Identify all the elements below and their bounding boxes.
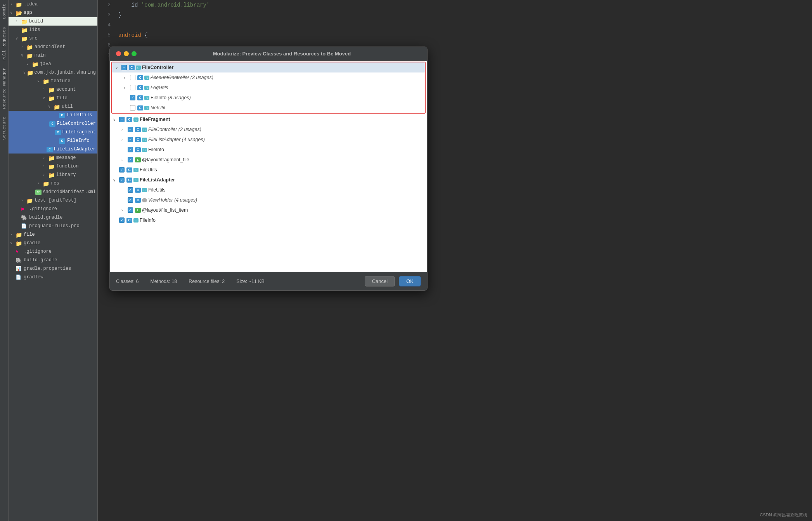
dialog-row-fu1[interactable]: ✓ C ↑↓ FileUtils — [110, 165, 427, 175]
dialog-row-fi2[interactable]: ✓ C ↑↓ FileInfo — [110, 145, 427, 155]
dialog-checkbox-fi2[interactable]: ✓ — [128, 147, 133, 152]
traffic-light-red[interactable] — [116, 51, 121, 56]
dialog-checkbox-fc[interactable]: − — [121, 65, 127, 70]
tree-item-androidtest[interactable]: › 📁 androidTest — [9, 43, 97, 51]
dialog-checkbox-lu[interactable] — [130, 85, 135, 90]
dialog-row-vh[interactable]: ✓ C ○ ViewHolder (4 usages) — [110, 195, 427, 205]
tree-arrow-file-root: › — [10, 233, 16, 237]
tree-item-gitignore-app[interactable]: ⚑ .gitignore — [9, 205, 97, 213]
tree-item-src[interactable]: ∨ 📁 src — [9, 34, 97, 43]
dialog-row-arrow-fla-header: ∨ — [113, 178, 119, 182]
tree-item-message[interactable]: › 📁 message — [9, 154, 97, 162]
traffic-light-green[interactable] — [132, 51, 137, 56]
dialog-label-fc: FileController — [142, 65, 173, 70]
tree-item-androidmanifest[interactable]: MF AndroidManifest.xml — [9, 188, 97, 196]
tree-item-file[interactable]: ∨ 📁 file — [9, 94, 97, 102]
tree-item-feature[interactable]: ∨ 📁 feature — [9, 77, 97, 85]
tree-item-fileutils[interactable]: C FileUtils — [9, 111, 97, 119]
dialog-checkbox-fu2[interactable]: ✓ — [128, 187, 133, 193]
footer-methods-value: 18 — [171, 279, 177, 284]
tree-item-idea[interactable]: › 📁 .idea — [9, 0, 97, 9]
dialog-row-fc2[interactable]: › − C ↑↓ FileController (2 usages) — [110, 124, 427, 135]
folder-icon-file-root: 📁 — [16, 232, 23, 237]
dialog-checkbox-layout2[interactable]: ✓ — [128, 207, 133, 213]
dialog-c-icon-fi3: C — [126, 218, 132, 223]
tree-item-gradle-props[interactable]: 📊 gradle.properties — [9, 264, 97, 273]
tree-item-buildgradle-app[interactable]: 🐘 build.gradle — [9, 213, 97, 222]
tree-item-gitignore-root[interactable]: ⚑ .gitignore — [9, 247, 97, 256]
inner-circle-icon-vh: ○ — [142, 198, 147, 202]
tree-label-java: java — [40, 61, 51, 67]
tree-item-gradlew[interactable]: 📄 gradlew — [9, 273, 97, 281]
dialog-checkbox-ff[interactable]: − — [119, 117, 125, 122]
tree-item-buildgradle-root[interactable]: 🐘 build.gradle — [9, 256, 97, 264]
dialog-label-fla-header: FileListAdapter — [140, 177, 175, 183]
tree-item-main[interactable]: ∨ 📁 main — [9, 51, 97, 60]
dialog-row-ac[interactable]: › C ↑↓ AccountController (3 usages) — [112, 72, 425, 83]
tree-item-fileinfo[interactable]: C FileInfo — [9, 136, 97, 145]
tree-item-test[interactable]: › 📁 test [unitTest] — [9, 196, 97, 205]
tree-item-res[interactable]: › 📁 res — [9, 179, 97, 188]
dialog-checkbox-fi1[interactable]: ✓ — [130, 95, 135, 100]
tree-label-comjkb: com.jkb.junbin.sharing — [35, 70, 96, 75]
dialog-row-layout1[interactable]: › ✓ L @layout/fragment_file — [110, 155, 427, 165]
tree-label-buildgradle-app: build.gradle — [29, 215, 62, 220]
dialog-checkbox-ac[interactable] — [130, 75, 135, 80]
tree-item-app[interactable]: ∨ 📂 app — [9, 9, 97, 17]
sidebar-tab-resource[interactable]: Resource Manager — [1, 64, 7, 113]
cancel-button[interactable]: Cancel — [365, 276, 395, 286]
dialog-inner-icon-fc: ↑↓ — [136, 66, 141, 70]
tree-item-function[interactable]: › 📁 function — [9, 162, 97, 171]
dialog-checkbox-vh[interactable]: ✓ — [128, 197, 133, 203]
dialog-row-layout2[interactable]: › ✓ L @layout/file_list_item — [110, 205, 427, 215]
tree-item-libs[interactable]: 📁 libs — [9, 26, 97, 34]
dialog-checkbox-nu[interactable] — [130, 105, 135, 110]
tree-item-proguard[interactable]: 📄 proguard-rules.pro — [9, 222, 97, 230]
tree-item-library[interactable]: › 📁 library — [9, 171, 97, 179]
dialog-row-fla-header[interactable]: ∨ ✓ C ↑↓ FileListAdapter — [110, 175, 427, 185]
modularize-dialog[interactable]: Modularize: Preview Classes and Resource… — [109, 47, 428, 291]
dialog-row-nu[interactable]: C ↑↓ NetUtil — [112, 103, 425, 113]
sidebar-tab-pull[interactable]: Pull Requests — [1, 23, 7, 64]
footer-size-value: ~11 KB — [249, 279, 265, 284]
footer-resources: Resource files: 2 — [189, 279, 225, 284]
tree-item-file-root[interactable]: › 📁 file — [9, 230, 97, 239]
dialog-row-lu[interactable]: › C ↑↓ LogUtils — [112, 83, 425, 93]
editor-line-5: 5 android { — [98, 30, 812, 40]
traffic-light-yellow[interactable] — [124, 51, 129, 56]
dialog-checkbox-fi3[interactable]: ✓ — [119, 217, 125, 223]
tree-item-gradle[interactable]: ∨ 📁 gradle — [9, 239, 97, 247]
tree-item-account[interactable]: › 📁 account — [9, 85, 97, 94]
dialog-row-fc-header[interactable]: ∨ − C ↑↓ FileController — [112, 62, 425, 72]
check-mark-fu2: ✓ — [129, 188, 132, 192]
tree-label-test: test [unitTest] — [35, 198, 76, 203]
tree-item-filecontroller[interactable]: C FileController — [9, 119, 97, 128]
dialog-body[interactable]: ∨ − C ↑↓ FileController › C — [110, 61, 427, 272]
tree-item-filefragment[interactable]: C FileFragment — [9, 128, 97, 136]
main-layout: › 📁 .idea ∨ 📂 app › 📁 build 📁 libs ∨ 📁 — [9, 0, 812, 521]
tree-item-java[interactable]: ∨ 📁 java — [9, 60, 97, 68]
dialog-checkbox-fc2[interactable]: − — [128, 127, 133, 132]
sidebar-tab-commit[interactable]: Commit — [1, 0, 7, 23]
dialog-row-ff-header[interactable]: ∨ − C ↑↓ FileFragment — [110, 114, 427, 124]
dialog-usage-vh: (4 usages) — [174, 197, 197, 203]
dialog-row-fu2[interactable]: ✓ C ↑↓ FileUtils — [110, 185, 427, 195]
dialog-row-fla[interactable]: › ✓ C ↑↓ FileListAdapter (4 usages) — [110, 135, 427, 145]
tree-arrow-feature: ∨ — [37, 79, 43, 83]
footer-size-label: Size: — [236, 279, 247, 284]
dialog-checkbox-layout1[interactable]: ✓ — [128, 157, 133, 162]
sidebar-tab-structure[interactable]: Structure — [1, 113, 7, 143]
dialog-row-fi3[interactable]: ✓ C ↑↓ FileInfo — [110, 215, 427, 225]
tree-item-util[interactable]: ∨ 📁 util — [9, 102, 97, 111]
dialog-row-fi1[interactable]: ✓ C ↑↓ FileInfo (8 usages) — [112, 93, 425, 103]
ok-button[interactable]: OK — [399, 276, 421, 286]
dialog-checkbox-fla[interactable]: ✓ — [128, 137, 133, 142]
tree-arrow-java: ∨ — [26, 62, 32, 66]
dialog-checkbox-fu1[interactable]: ✓ — [119, 167, 125, 173]
tree-label-gradlew: gradlew — [24, 274, 43, 280]
tree-item-comjkb[interactable]: ∨ 📁 com.jkb.junbin.sharing — [9, 68, 97, 77]
tree-item-build[interactable]: › 📁 build — [9, 17, 97, 26]
tree-item-filelistadapter[interactable]: C FileListAdapter — [9, 145, 97, 154]
dialog-checkbox-fla-header[interactable]: ✓ — [119, 177, 125, 183]
footer-methods-label: Methods: — [150, 279, 170, 284]
